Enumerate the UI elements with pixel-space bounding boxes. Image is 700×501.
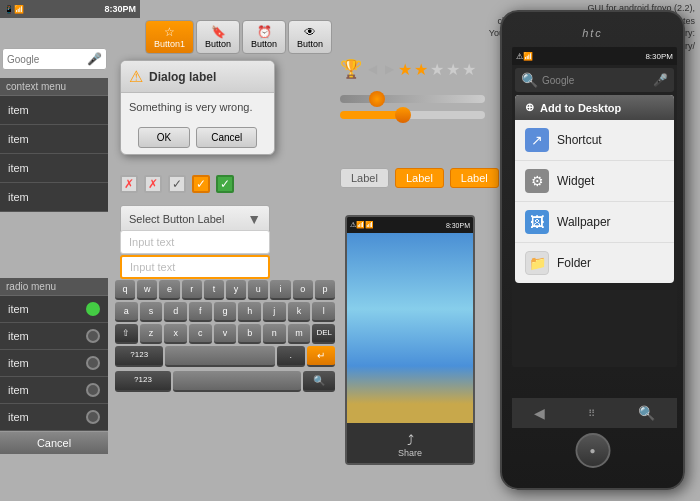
star-2[interactable]: ★ [414, 60, 428, 79]
share-container[interactable]: ⤴ Share [398, 432, 422, 458]
key-o[interactable]: o [293, 280, 313, 300]
toolbar-button-1[interactable]: ☆ Button1 [145, 20, 194, 54]
slider-thumb-2[interactable] [395, 107, 411, 123]
radio-item-2[interactable]: item [0, 323, 108, 350]
dialog-ok-button[interactable]: OK [138, 127, 190, 148]
context-menu-item-2[interactable]: item [0, 125, 108, 154]
key-w[interactable]: w [137, 280, 157, 300]
folder-label: Folder [557, 256, 591, 270]
phone-menu-wallpaper[interactable]: 🖼 Wallpaper [515, 202, 674, 243]
dialog-cancel-button[interactable]: Cancel [196, 127, 257, 148]
checkboxes-row: ✗ ✗ ✓ ✓ ✓ [120, 175, 234, 193]
star-4[interactable]: ★ [446, 60, 460, 79]
radio-item-1[interactable]: item [0, 296, 108, 323]
key-shift[interactable]: ⇧ [115, 324, 138, 344]
alt-key-space[interactable] [173, 371, 301, 392]
key-k[interactable]: k [288, 302, 311, 322]
alt-key-num[interactable]: ?123 [115, 371, 171, 392]
key-m[interactable]: m [288, 324, 311, 344]
toolbar-label-2: Button [205, 39, 231, 49]
key-space[interactable] [165, 346, 274, 367]
radio-item-3[interactable]: item [0, 350, 108, 377]
key-enter[interactable]: ↵ [307, 346, 335, 367]
key-g[interactable]: g [214, 302, 237, 322]
checkbox-3[interactable]: ✓ [168, 175, 186, 193]
mini-phone-status-icons: ⚠📶📶 [350, 221, 374, 229]
key-num[interactable]: ?123 [115, 346, 163, 367]
toolbar-button-4[interactable]: 👁 Button [288, 20, 332, 54]
key-u[interactable]: u [248, 280, 268, 300]
toolbar-button-2[interactable]: 🔖 Button [196, 20, 240, 54]
forward-icon[interactable]: ▶ [385, 62, 394, 76]
key-del[interactable]: DEL [312, 324, 335, 344]
key-d[interactable]: d [164, 302, 187, 322]
key-x[interactable]: x [164, 324, 187, 344]
star-5[interactable]: ★ [462, 60, 476, 79]
radio-button-3[interactable] [86, 356, 100, 370]
radio-button-5[interactable] [86, 410, 100, 424]
search-bar[interactable]: 🎤 [2, 48, 107, 70]
checkbox-1[interactable]: ✗ [120, 175, 138, 193]
widget-label: Widget [557, 174, 594, 188]
phone-menu-widget[interactable]: ⚙ Widget [515, 161, 674, 202]
star-3[interactable]: ★ [430, 60, 444, 79]
context-menu-item-1[interactable]: item [0, 96, 108, 125]
slider-track-2[interactable] [340, 111, 485, 119]
phone-search-bar[interactable]: 🔍 Google 🎤 [515, 68, 674, 92]
phone-home-button[interactable]: ● [575, 433, 610, 468]
key-i[interactable]: i [270, 280, 290, 300]
radio-button-2[interactable] [86, 329, 100, 343]
key-h[interactable]: h [238, 302, 261, 322]
phone-back-button[interactable]: ◀ [534, 405, 545, 421]
checkbox-5[interactable]: ✓ [216, 175, 234, 193]
keyboard-row-1: q w e r t y u i o p [115, 280, 335, 300]
key-c[interactable]: c [189, 324, 212, 344]
add-to-desktop-label: Add to Desktop [540, 102, 621, 114]
key-e[interactable]: e [159, 280, 179, 300]
key-t[interactable]: t [204, 280, 224, 300]
input-normal[interactable]: Input text [120, 230, 270, 254]
slider-track-1[interactable] [340, 95, 485, 103]
radio-item-4[interactable]: item [0, 377, 108, 404]
key-b[interactable]: b [238, 324, 261, 344]
key-y[interactable]: y [226, 280, 246, 300]
slider-thumb-1[interactable] [369, 91, 385, 107]
key-r[interactable]: r [182, 280, 202, 300]
key-v[interactable]: v [214, 324, 237, 344]
radio-item-5[interactable]: item [0, 404, 108, 431]
phone-menu-button[interactable]: ⠿ [588, 408, 595, 419]
phone-menu-shortcut[interactable]: ↗ Shortcut [515, 120, 674, 161]
radio-button-1[interactable] [86, 302, 100, 316]
key-a[interactable]: a [115, 302, 138, 322]
key-period[interactable]: . [277, 346, 305, 367]
key-l[interactable]: l [312, 302, 335, 322]
key-j[interactable]: j [263, 302, 286, 322]
key-p[interactable]: p [315, 280, 335, 300]
star-rating: 🏆 ◀ ▶ ★ ★ ★ ★ ★ [340, 58, 476, 80]
radio-button-4[interactable] [86, 383, 100, 397]
key-s[interactable]: s [140, 302, 163, 322]
star-1[interactable]: ★ [398, 60, 412, 79]
cancel-button[interactable]: Cancel [0, 431, 108, 454]
shortcut-label: Shortcut [557, 133, 602, 147]
input-focused[interactable]: Input text [120, 255, 270, 279]
context-menu-item-3[interactable]: item [0, 154, 108, 183]
phone-menu-folder[interactable]: 📁 Folder [515, 243, 674, 283]
toolbar-button-3[interactable]: ⏰ Button [242, 20, 286, 54]
key-f[interactable]: f [189, 302, 212, 322]
radio-label-5: item [8, 411, 29, 423]
alt-key-search[interactable]: 🔍 [303, 371, 335, 392]
toolbar: ☆ Button1 🔖 Button ⏰ Button 👁 Button [145, 20, 332, 54]
key-z[interactable]: z [140, 324, 163, 344]
context-menu-item-4[interactable]: item [0, 183, 108, 212]
mini-phone-bottom: ⤴ Share [347, 423, 473, 465]
dropdown-select[interactable]: Select Button Label ▼ [120, 205, 270, 233]
radio-label-1: item [8, 303, 29, 315]
phone-search-button[interactable]: 🔍 [638, 405, 655, 421]
key-q[interactable]: q [115, 280, 135, 300]
key-n[interactable]: n [263, 324, 286, 344]
search-input[interactable] [7, 54, 87, 65]
checkbox-4[interactable]: ✓ [192, 175, 210, 193]
back-icon[interactable]: ◀ [368, 62, 377, 76]
checkbox-2[interactable]: ✗ [144, 175, 162, 193]
